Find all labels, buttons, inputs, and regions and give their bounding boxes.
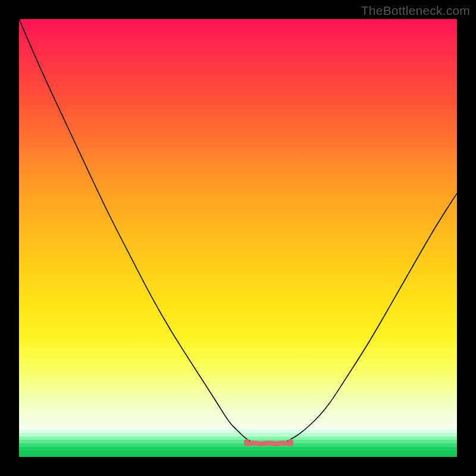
minimum-marker	[247, 443, 291, 444]
minimum-marker-dot-left	[244, 439, 250, 445]
minimum-marker-dot-right	[287, 439, 293, 445]
attribution-label: TheBottleneck.com	[361, 4, 470, 18]
chart-frame: TheBottleneck.com	[0, 0, 476, 476]
bottleneck-curve	[19, 19, 457, 444]
plot-area	[19, 19, 457, 457]
curve-layer	[19, 19, 457, 457]
